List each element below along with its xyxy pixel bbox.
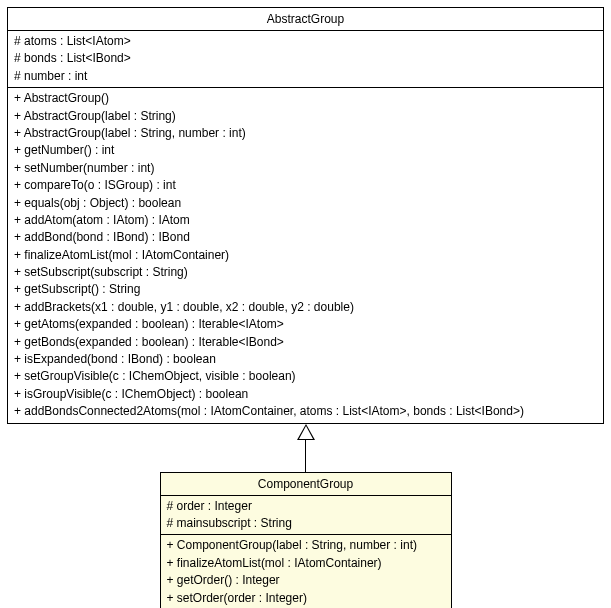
attribute: # atoms : List<IAtom> — [14, 33, 597, 50]
operation: + compareTo(o : ISGroup) : int — [14, 177, 597, 194]
operation: + getOrder() : Integer — [167, 572, 445, 589]
operation: + addBrackets(x1 : double, y1 : double, … — [14, 299, 597, 316]
attribute: # bonds : List<IBond> — [14, 50, 597, 67]
operation: + getSubscript() : String — [14, 281, 597, 298]
class-title: ComponentGroup — [161, 473, 451, 496]
attributes-section: # order : Integer # mainsubscript : Stri… — [161, 496, 451, 536]
generalization-arrow-icon — [297, 424, 315, 440]
connector-line — [305, 440, 306, 472]
attributes-section: # atoms : List<IAtom> # bonds : List<IBo… — [8, 31, 603, 88]
operation: + addAtom(atom : IAtom) : IAtom — [14, 212, 597, 229]
operation: + equals(obj : Object) : boolean — [14, 195, 597, 212]
attribute: # number : int — [14, 68, 597, 85]
class-componentgroup: ComponentGroup # order : Integer # mains… — [160, 472, 452, 608]
attribute: # order : Integer — [167, 498, 445, 515]
operation: + getBonds(expanded : boolean) : Iterabl… — [14, 334, 597, 351]
operation: + setGroupVisible(c : IChemObject, visib… — [14, 368, 597, 385]
operation: + AbstractGroup(label : String) — [14, 108, 597, 125]
operation: + addBondsConnected2Atoms(mol : IAtomCon… — [14, 403, 597, 420]
operation: + getNumber() : int — [14, 142, 597, 159]
operation: + setNumber(number : int) — [14, 160, 597, 177]
operation: + addBond(bond : IBond) : IBond — [14, 229, 597, 246]
class-name: AbstractGroup — [267, 12, 344, 26]
operation: + finalizeAtomList(mol : IAtomContainer) — [14, 247, 597, 264]
operation: + AbstractGroup(label : String, number :… — [14, 125, 597, 142]
operation: + isExpanded(bond : IBond) : boolean — [14, 351, 597, 368]
class-abstractgroup: AbstractGroup # atoms : List<IAtom> # bo… — [7, 7, 604, 424]
operations-section: + AbstractGroup() + AbstractGroup(label … — [8, 88, 603, 422]
operation: + setOrder(order : Integer) — [167, 590, 445, 607]
operation: + getAtoms(expanded : boolean) : Iterabl… — [14, 316, 597, 333]
class-title: AbstractGroup — [8, 8, 603, 31]
operation: + AbstractGroup() — [14, 90, 597, 107]
generalization-connector — [7, 424, 604, 472]
class-name: ComponentGroup — [258, 477, 353, 491]
operation: + ComponentGroup(label : String, number … — [167, 537, 445, 554]
operation: + setSubscript(subscript : String) — [14, 264, 597, 281]
operation: + finalizeAtomList(mol : IAtomContainer) — [167, 555, 445, 572]
operation: + isGroupVisible(c : IChemObject) : bool… — [14, 386, 597, 403]
operations-section: + ComponentGroup(label : String, number … — [161, 535, 451, 608]
attribute: # mainsubscript : String — [167, 515, 445, 532]
